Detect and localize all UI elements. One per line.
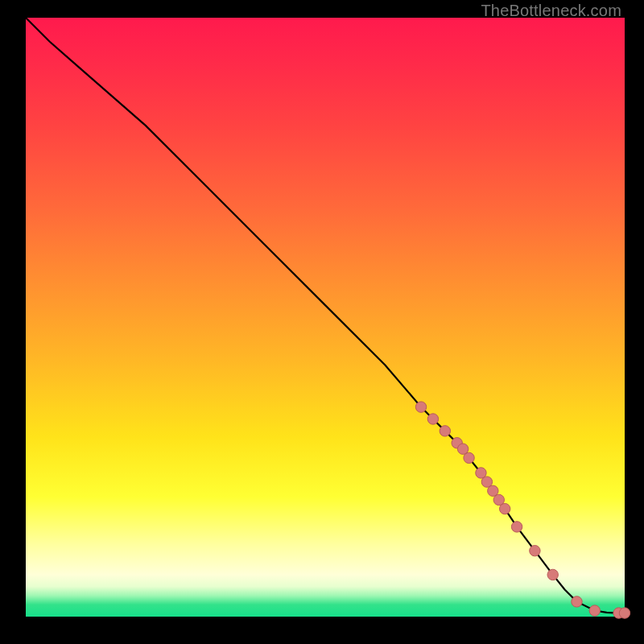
data-marker xyxy=(464,452,474,463)
data-marker xyxy=(530,545,540,555)
curve-markers xyxy=(415,402,630,618)
data-marker xyxy=(589,605,600,616)
data-marker xyxy=(440,426,450,436)
data-marker xyxy=(572,597,582,607)
curve-line xyxy=(26,18,625,613)
data-marker xyxy=(415,402,426,412)
data-marker xyxy=(619,608,630,618)
data-marker xyxy=(511,522,522,532)
data-marker xyxy=(500,503,510,514)
curve-svg xyxy=(26,18,625,617)
data-marker xyxy=(547,569,558,580)
data-marker xyxy=(427,414,438,424)
plot-area xyxy=(26,18,625,617)
chart-frame: TheBottleneck.com xyxy=(0,0,644,644)
